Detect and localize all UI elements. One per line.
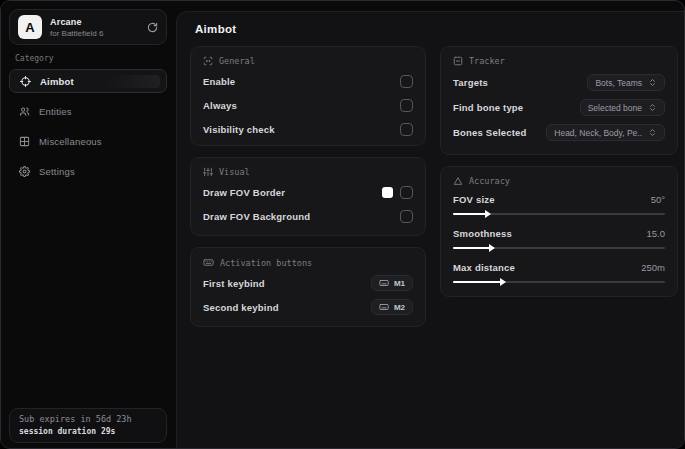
grid-icon (18, 136, 30, 147)
always-checkbox[interactable] (400, 99, 413, 112)
slider-row-max-distance: Max distance 250m (453, 258, 665, 283)
chevrons-up-down-icon (648, 103, 657, 112)
setting-label: FOV size (453, 194, 495, 205)
card-title-label: General (219, 56, 255, 66)
setting-label: Targets (453, 77, 488, 88)
smoothness-slider[interactable] (453, 247, 665, 249)
second-keybind-button[interactable]: M2 (371, 299, 413, 315)
sidebar-item-label: Miscellaneous (39, 136, 102, 147)
keybind-value: M1 (394, 279, 405, 288)
app-logo: A (18, 15, 42, 39)
main-panel: Aimbot General Enable Always Visibility … (176, 11, 684, 448)
slider-thumb[interactable] (485, 210, 491, 218)
setting-label: Smoothness (453, 228, 512, 239)
setting-row-first-keybind: First keybind M1 (203, 272, 413, 294)
activation-card: Activation buttons First keybind M1 Seco… (190, 247, 426, 327)
slider-row-fov-size: FOV size 50° (453, 190, 665, 215)
fov-border-checkbox[interactable] (400, 186, 413, 199)
setting-row-find-bone-type: Find bone type Selected bone (453, 95, 665, 120)
general-card: General Enable Always Visibility check (190, 46, 426, 146)
bones-selected-dropdown[interactable]: Head, Neck, Body, Pe.. (546, 124, 665, 141)
tracker-card-title: Tracker (453, 56, 665, 66)
card-title-label: Accuracy (469, 176, 510, 186)
app-window: A Arcane for Battlefield 6 Category Aimb… (0, 0, 685, 449)
keyboard-icon (379, 278, 389, 288)
visual-card: Visual Draw FOV Border Draw FOV Backgrou… (190, 157, 426, 236)
setting-row-fov-border: Draw FOV Border (203, 181, 413, 203)
sidebar-item-miscellaneous[interactable]: Miscellaneous (9, 129, 167, 153)
accuracy-card-title: Accuracy (453, 176, 665, 186)
setting-label: Draw FOV Border (203, 187, 285, 198)
brand-subtitle: for Battlefield 6 (50, 29, 147, 38)
enable-checkbox[interactable] (400, 75, 413, 88)
max-distance-slider[interactable] (453, 281, 665, 283)
setting-label: Bones Selected (453, 127, 527, 138)
setting-label: Find bone type (453, 102, 523, 113)
brand-box: A Arcane for Battlefield 6 (9, 9, 167, 45)
sliders-icon (203, 167, 213, 177)
setting-row-enable: Enable (203, 70, 413, 92)
keyboard-icon (379, 302, 389, 312)
accuracy-card: Accuracy FOV size 50° Smoothness 15.0 (440, 166, 678, 297)
sidebar-item-entities[interactable]: Entities (9, 99, 167, 123)
tracker-card: Tracker Targets Bots, Teams Find bone ty… (440, 46, 678, 155)
slider-row-smoothness: Smoothness 15.0 (453, 224, 665, 249)
setting-label: First keybind (203, 278, 265, 289)
visibility-check-checkbox[interactable] (400, 123, 413, 136)
minus-square-icon (453, 56, 463, 66)
dropdown-value: Selected bone (588, 103, 642, 113)
brand-name: Arcane (50, 17, 147, 27)
targets-dropdown[interactable]: Bots, Teams (587, 74, 665, 91)
session-duration-text: session duration 29s (19, 427, 157, 436)
dropdown-value: Head, Neck, Body, Pe.. (554, 128, 642, 138)
chevrons-up-down-icon (648, 128, 657, 137)
color-swatch[interactable] (382, 187, 393, 198)
triangle-icon (453, 176, 463, 186)
general-card-title: General (203, 56, 413, 66)
gear-icon (18, 166, 30, 177)
sidebar-item-settings[interactable]: Settings (9, 159, 167, 183)
fov-background-checkbox[interactable] (400, 210, 413, 223)
visual-card-title: Visual (203, 167, 413, 177)
general-icon (203, 56, 213, 66)
slider-value: 15.0 (647, 228, 666, 239)
find-bone-type-dropdown[interactable]: Selected bone (580, 99, 665, 116)
sidebar-nav: Aimbot Entities Miscellaneous (9, 69, 167, 189)
sidebar-item-label: Settings (39, 166, 75, 177)
setting-row-second-keybind: Second keybind M2 (203, 296, 413, 318)
sidebar-item-label: Entities (39, 106, 72, 117)
refresh-icon[interactable] (147, 22, 158, 33)
card-title-label: Tracker (469, 56, 505, 66)
first-keybind-button[interactable]: M1 (371, 275, 413, 291)
setting-label: Second keybind (203, 302, 279, 313)
activation-card-title: Activation buttons (203, 257, 413, 268)
slider-value: 250m (641, 262, 665, 273)
slider-thumb[interactable] (500, 278, 506, 286)
setting-label: Draw FOV Background (203, 211, 310, 222)
subscription-box: Sub expires in 56d 23h session duration … (9, 408, 167, 443)
keyboard-icon (203, 257, 214, 268)
entities-icon (18, 106, 30, 117)
card-title-label: Visual (219, 167, 250, 177)
slider-fill (453, 281, 502, 283)
keybind-value: M2 (394, 303, 405, 312)
setting-row-bones-selected: Bones Selected Head, Neck, Body, Pe.. (453, 120, 665, 145)
setting-label: Max distance (453, 262, 515, 273)
slider-fill (453, 247, 491, 249)
slider-thumb[interactable] (489, 244, 495, 252)
category-label: Category (15, 54, 54, 63)
sidebar-item-aimbot[interactable]: Aimbot (9, 69, 167, 93)
dropdown-value: Bots, Teams (595, 78, 642, 88)
brand-text: Arcane for Battlefield 6 (50, 17, 147, 38)
setting-row-fov-background: Draw FOV Background (203, 205, 413, 227)
setting-label: Visibility check (203, 124, 275, 135)
setting-row-targets: Targets Bots, Teams (453, 70, 665, 95)
fov-size-slider[interactable] (453, 213, 665, 215)
card-title-label: Activation buttons (220, 258, 312, 268)
setting-row-visibility-check: Visibility check (203, 118, 413, 140)
sidebar-item-label: Aimbot (40, 76, 74, 87)
crosshair-icon (19, 76, 31, 87)
chevrons-up-down-icon (648, 78, 657, 87)
setting-label: Enable (203, 76, 235, 87)
sidebar: A Arcane for Battlefield 6 Category Aimb… (1, 1, 176, 448)
